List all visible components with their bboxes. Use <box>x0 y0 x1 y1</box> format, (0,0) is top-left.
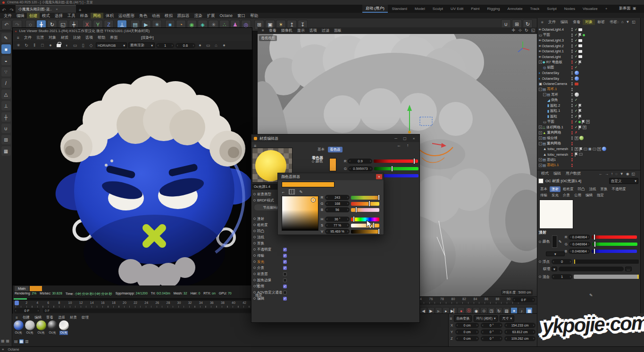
frame-track[interactable]: 0 F <box>43 309 251 313</box>
checkbox-unchecked[interactable] <box>283 291 287 294</box>
tag[interactable] <box>593 148 596 151</box>
mats-menu-纹理[interactable]: 纹理 <box>79 315 91 320</box>
object-label[interactable]: OctaneSky <box>542 76 560 81</box>
live-viewer-titlebar[interactable]: × Live Viewer Studio 2021.1-(R4) K921工作室… <box>13 28 252 34</box>
layer-dots[interactable] <box>571 126 573 129</box>
view-grid-button[interactable]: ▦ <box>1 146 11 156</box>
expand-icon[interactable]: + <box>539 136 542 140</box>
enabled-check-icon[interactable]: ✓ <box>575 109 577 113</box>
anim-dot[interactable] <box>312 160 314 163</box>
shader-color-swatch[interactable] <box>329 158 336 171</box>
attr-menu-编辑[interactable]: 编辑 <box>551 171 563 176</box>
layer-dots[interactable] <box>571 60 573 64</box>
object-label[interactable]: OctaneLight <box>542 55 560 59</box>
layer-dots[interactable] <box>571 158 573 161</box>
enabled-check-icon[interactable]: ✓ <box>575 50 577 53</box>
tree-row[interactable]: ▣OctaneCamera <box>537 81 640 87</box>
denoise-icon[interactable]: ● <box>197 43 203 48</box>
layout-tab-5[interactable]: Paint <box>468 6 483 12</box>
anim-dot[interactable] <box>253 273 256 275</box>
anim-dot[interactable] <box>539 241 541 243</box>
r-slider[interactable] <box>351 196 379 200</box>
edges-mode-button[interactable]: / <box>1 78 11 88</box>
material-ball[interactable] <box>48 320 58 330</box>
pan-icon[interactable]: ✛ <box>512 28 516 33</box>
layer-dots[interactable] <box>571 164 573 167</box>
menu-角色[interactable]: 角色 <box>137 13 150 18</box>
tag[interactable] <box>579 153 583 156</box>
expand-icon[interactable]: − <box>543 93 546 96</box>
panel-icon[interactable]: ◱ <box>632 20 636 24</box>
anim-dot[interactable] <box>253 279 256 281</box>
r-spinner[interactable]: ‹243› <box>325 195 350 200</box>
layout-tab-10[interactable]: Nodes <box>561 6 578 12</box>
expand-icon[interactable]: + <box>539 164 542 167</box>
restart-render-icon[interactable]: ↻ <box>23 43 30 48</box>
tree-row[interactable]: ¤OctaneLight✓ <box>537 54 640 60</box>
tab-发光[interactable]: 发光 <box>550 193 560 198</box>
checkbox-unchecked[interactable] <box>283 278 287 282</box>
lock-icon[interactable]: ◉ <box>626 172 629 176</box>
subsample-spinner[interactable]: ‹1› <box>156 43 174 48</box>
expand-icon[interactable]: ⌐ <box>282 190 284 194</box>
r-spinner[interactable]: ‹0.9› <box>348 159 372 164</box>
layer-dots[interactable] <box>571 34 573 37</box>
v-spinner[interactable]: ‹95.469 %› <box>325 229 350 234</box>
tree-row[interactable]: ¤OctaneLight.3✓ <box>537 38 640 43</box>
object-label[interactable]: OctaneLight.2 <box>542 44 564 48</box>
layer-dots[interactable] <box>571 153 573 156</box>
search-icon[interactable]: ◌ <box>617 20 619 24</box>
settings-icon[interactable]: ● <box>221 43 227 48</box>
frame-spinner[interactable]: ‹0 F› <box>512 297 535 302</box>
forward-icon[interactable]: → <box>605 172 609 176</box>
tree-row[interactable]: ¤OctaneLight.2✓ <box>537 43 640 49</box>
z-size-spinner[interactable]: ‹109.262 cm› <box>504 336 535 341</box>
mix-spinner[interactable]: ‹1› <box>552 274 572 279</box>
enabled-check-icon[interactable]: ✓ <box>575 104 577 108</box>
layer-dots[interactable] <box>571 104 573 107</box>
saturation-value-square[interactable] <box>282 196 318 231</box>
tab-不透明度[interactable]: 不透明度 <box>610 186 628 192</box>
object-label[interactable]: 重构网格 <box>547 141 561 146</box>
menu-扩展[interactable]: 扩展 <box>205 13 217 18</box>
brush-tool-button[interactable]: ✎ <box>1 33 11 42</box>
checkbox-checked[interactable]: ✓ <box>283 254 287 258</box>
checkbox-checked[interactable]: ✓ <box>283 297 287 301</box>
toggle-icon[interactable]: ▣ <box>633 6 636 10</box>
view-label[interactable]: 透视视图 <box>259 35 277 41</box>
disabled-x-icon[interactable]: ✗ <box>575 131 577 134</box>
layer-dots[interactable] <box>571 136 573 140</box>
transform-button[interactable]: 自由变换 <box>454 315 472 322</box>
anim-dot[interactable] <box>253 230 256 232</box>
lv-menu-云渲[interactable]: 云渲 <box>34 35 46 41</box>
layer-dots[interactable] <box>571 131 573 134</box>
maximize-icon[interactable]: ▢ <box>401 136 408 141</box>
object-label[interactable]: 圆柱.1 <box>550 109 560 113</box>
layer-dots[interactable] <box>571 71 573 75</box>
anim-dot[interactable] <box>253 267 256 269</box>
preset-dropdown[interactable]: 自定义▾ <box>609 178 638 184</box>
add-document-button[interactable]: + <box>76 8 84 13</box>
layout-add-button[interactable]: + <box>602 6 611 12</box>
menu-编辑[interactable]: 编辑 <box>14 13 27 18</box>
texture-tag[interactable] <box>575 92 579 97</box>
question-tag[interactable]: ? <box>575 136 578 140</box>
object-label[interactable]: 细分球 <box>547 136 558 141</box>
layer-dots[interactable] <box>571 55 573 59</box>
pause-icon[interactable]: ‖ <box>31 43 38 48</box>
object-label[interactable]: OctaneLight.1 <box>542 49 564 53</box>
layer-dots[interactable] <box>571 50 573 53</box>
tab-凹凸[interactable]: 凹凸 <box>576 186 587 192</box>
close-icon[interactable]: × <box>410 136 417 141</box>
enabled-check-icon[interactable]: ✓ <box>575 126 577 129</box>
resolution-spinner[interactable]: ‹0.6› <box>176 43 195 48</box>
uv-tag[interactable]: ▦ <box>588 147 592 151</box>
points-mode-button[interactable]: ∵ <box>1 67 11 76</box>
menu-Octane[interactable]: Octane <box>217 13 235 18</box>
render-canvas[interactable] <box>13 50 253 285</box>
menu-跟踪器[interactable]: 跟踪器 <box>175 13 192 18</box>
layout-tab-3[interactable]: Sculpt <box>429 6 446 12</box>
float-spinner[interactable]: ‹0› <box>552 259 572 264</box>
colorspace-dropdown[interactable]: HDR/sRGB▾ <box>96 42 127 48</box>
x-rot-spinner[interactable]: ‹0 °› <box>481 323 502 328</box>
